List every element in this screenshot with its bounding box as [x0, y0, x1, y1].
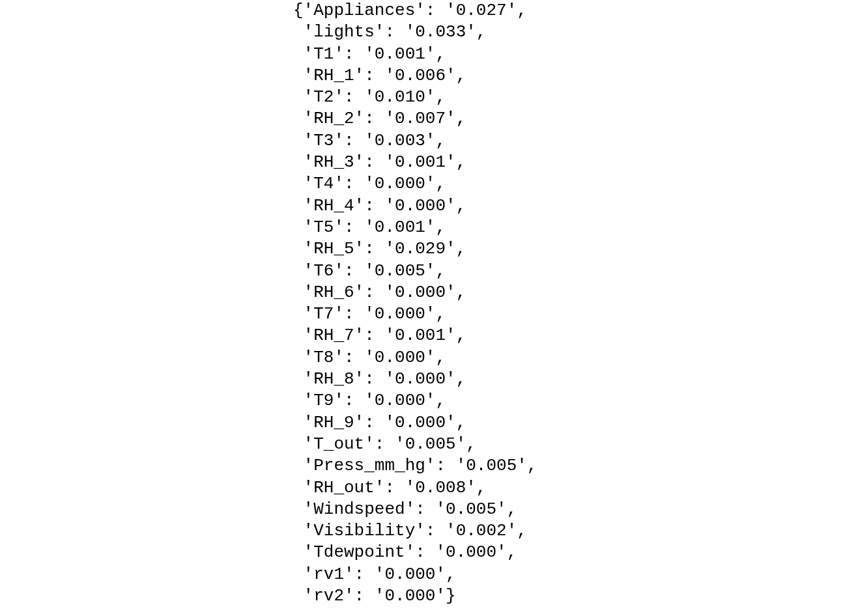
- dict-text: {'Appliances': '0.027', 'lights': '0.033…: [293, 1, 537, 606]
- dict-output: {'Appliances': '0.027', 'lights': '0.033…: [293, 0, 537, 607]
